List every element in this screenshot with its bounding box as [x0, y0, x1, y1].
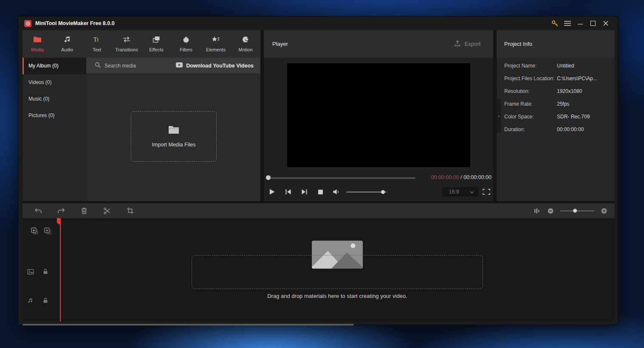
- close-button[interactable]: [599, 18, 612, 29]
- audio-track-icon: [27, 298, 33, 303]
- app-logo-icon: [24, 20, 31, 27]
- fullscreen-icon: [483, 189, 490, 195]
- chevron-down-icon: [470, 189, 474, 195]
- redo-button[interactable]: [57, 207, 65, 215]
- tab-transitions[interactable]: Transitions: [112, 30, 141, 58]
- timeline-dropzone[interactable]: [192, 255, 483, 289]
- audio-track-lock-icon[interactable]: [43, 297, 48, 303]
- volume-slider[interactable]: [346, 189, 387, 195]
- seek-slider-handle[interactable]: [266, 175, 271, 180]
- video-preview: [287, 63, 470, 167]
- previous-frame-button[interactable]: [280, 185, 296, 198]
- main-tabbar: Media Audio Tt Text Transitions Effects: [23, 30, 260, 58]
- menu-icon[interactable]: [561, 18, 574, 29]
- undo-icon: [34, 208, 42, 214]
- playhead-marker[interactable]: [57, 218, 60, 225]
- export-button[interactable]: Export: [454, 40, 480, 48]
- timeline-edit-tools: [23, 207, 134, 215]
- project-row-colorspace: Color Space: SDR- Rec.709: [497, 110, 615, 123]
- motion-swirl-icon: [242, 36, 249, 45]
- project-info-panel: Project Info Project Name: Untitled Proj…: [497, 30, 615, 201]
- tab-audio[interactable]: Audio: [52, 30, 82, 58]
- tab-filters[interactable]: Filters: [171, 30, 201, 58]
- scissors-icon: [104, 208, 110, 214]
- video-track-icon: [27, 269, 34, 275]
- previous-frame-icon: [285, 189, 291, 195]
- export-icon: [454, 40, 461, 48]
- stop-button[interactable]: [312, 185, 328, 198]
- undo-button[interactable]: [34, 207, 42, 215]
- search-placeholder: Search media: [105, 63, 136, 69]
- maximize-button[interactable]: [587, 18, 599, 29]
- project-row-framerate: Frame Rate: 25fps: [497, 98, 615, 110]
- app-window: MiniTool MovieMaker Free 8.0.0 Media: [18, 16, 619, 325]
- export-label: Export: [464, 41, 480, 47]
- import-media-dropzone[interactable]: Import Media Files: [131, 111, 217, 162]
- aspect-ratio-dropdown[interactable]: 16:9: [442, 187, 478, 196]
- effects-frames-icon: [153, 36, 160, 45]
- volume-slider-handle[interactable]: [381, 190, 385, 194]
- add-all-to-track-button[interactable]: [44, 227, 51, 234]
- tab-text[interactable]: Tt Text: [82, 30, 112, 58]
- project-row-name: Project Name: Untitled: [497, 59, 615, 72]
- speaker-icon: [333, 188, 340, 195]
- search-media-input[interactable]: Search media: [95, 62, 176, 69]
- volume-slider-track[interactable]: [346, 191, 387, 193]
- media-search-row: Search media Download YouTube Videos: [86, 58, 260, 73]
- library-block: Media Audio Tt Text Transitions Effects: [23, 30, 260, 201]
- project-info-rows: Project Name: Untitled Project Files Loc…: [497, 58, 615, 136]
- playhead[interactable]: [60, 218, 61, 321]
- zoom-in-icon: [601, 208, 607, 214]
- tab-elements[interactable]: Elements: [201, 30, 231, 58]
- titlebar: MiniTool MovieMaker Free 8.0.0: [18, 17, 618, 30]
- tab-media[interactable]: Media: [23, 30, 52, 58]
- tab-elements-label: Elements: [206, 47, 226, 52]
- window-title: MiniTool MovieMaker Free 8.0.0: [35, 20, 115, 26]
- crop-button[interactable]: [126, 207, 134, 215]
- track-height-button[interactable]: [533, 207, 541, 215]
- sidebar-item-music[interactable]: Music (0): [23, 91, 86, 107]
- zoom-slider-track[interactable]: [560, 210, 594, 211]
- import-media-label: Import Media Files: [152, 142, 196, 148]
- seek-row: 00:00:00:00 / 00:00:00:00: [264, 174, 493, 182]
- zoom-out-icon: [548, 208, 554, 214]
- timeline-zoom-slider[interactable]: [560, 208, 594, 213]
- download-youtube-button[interactable]: Download YouTube Videos: [176, 62, 254, 69]
- fullscreen-button[interactable]: [483, 189, 490, 196]
- next-frame-icon: [301, 189, 308, 195]
- time-display: 00:00:00:00 / 00:00:00:00: [431, 174, 491, 180]
- add-clip-icon: [31, 227, 38, 234]
- play-icon: [269, 188, 275, 195]
- youtube-download-icon: [176, 62, 183, 69]
- filters-drop-icon: [183, 36, 189, 45]
- panel-collapse-handle[interactable]: ›: [497, 99, 501, 133]
- tab-motion[interactable]: Motion: [231, 30, 260, 58]
- stop-icon: [318, 190, 323, 194]
- tab-effects[interactable]: Effects: [141, 30, 171, 58]
- search-icon: [95, 62, 101, 69]
- zoom-slider-handle[interactable]: [573, 209, 577, 213]
- sidebar-item-videos[interactable]: Videos (0): [23, 74, 86, 91]
- sidebar-item-my-album[interactable]: My Album (0): [23, 58, 86, 74]
- video-track-lock-icon[interactable]: [43, 269, 48, 275]
- chevron-right-icon: ›: [498, 113, 500, 118]
- split-button[interactable]: [103, 207, 111, 215]
- next-frame-button[interactable]: [296, 185, 312, 198]
- minimize-button[interactable]: [574, 18, 587, 29]
- tab-filters-label: Filters: [180, 47, 192, 52]
- aspect-ratio-value: 16:9: [449, 189, 470, 195]
- play-button[interactable]: [264, 185, 280, 198]
- delete-button[interactable]: [80, 207, 88, 215]
- transport-controls: 16:9: [264, 185, 493, 199]
- zoom-in-button[interactable]: [600, 207, 608, 215]
- timeline-horizontal-scrollbar[interactable]: [23, 324, 354, 326]
- volume-button[interactable]: [328, 185, 345, 198]
- seek-slider-track[interactable]: [268, 177, 415, 179]
- license-key-icon[interactable]: [548, 18, 561, 29]
- zoom-out-button[interactable]: [547, 207, 554, 215]
- track-height-icon: [534, 208, 540, 214]
- project-row-duration: Duration: 00:00:00:00: [497, 123, 615, 136]
- timeline-area[interactable]: Drag and drop materials here to start cr…: [23, 218, 615, 321]
- sidebar-item-pictures[interactable]: Pictures (0): [23, 107, 86, 124]
- add-to-track-button[interactable]: [31, 227, 38, 234]
